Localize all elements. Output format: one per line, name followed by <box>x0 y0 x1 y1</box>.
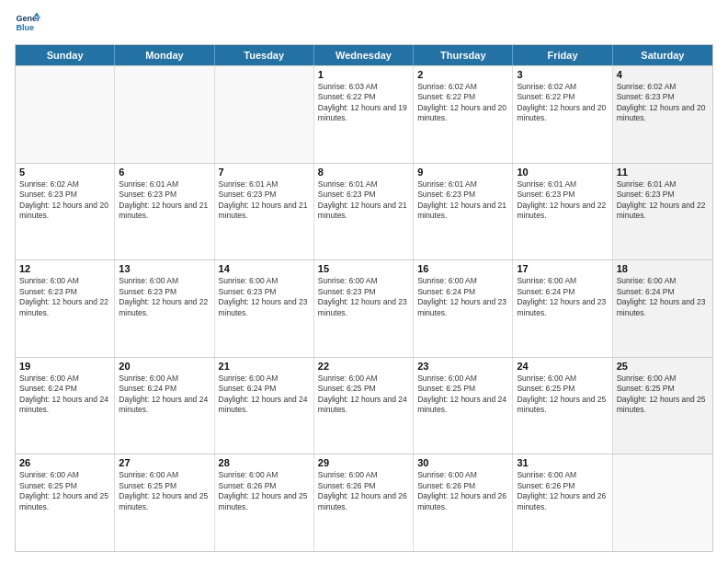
cell-info: Sunrise: 6:00 AM Sunset: 6:24 PM Dayligh… <box>517 276 608 318</box>
calendar-cell-12: 12Sunrise: 6:00 AM Sunset: 6:23 PM Dayli… <box>16 260 115 357</box>
day-number: 17 <box>517 263 608 274</box>
logo-icon: General Blue <box>15 11 40 37</box>
day-number: 27 <box>119 457 210 468</box>
calendar-cell-29: 29Sunrise: 6:00 AM Sunset: 6:26 PM Dayli… <box>314 454 414 551</box>
day-number: 6 <box>119 167 210 178</box>
cell-info: Sunrise: 6:00 AM Sunset: 6:25 PM Dayligh… <box>517 373 608 416</box>
calendar-cell-15: 15Sunrise: 6:00 AM Sunset: 6:23 PM Dayli… <box>314 260 414 357</box>
calendar-cell-2: 2Sunrise: 6:02 AM Sunset: 6:22 PM Daylig… <box>414 66 513 163</box>
calendar-cell-20: 20Sunrise: 6:00 AM Sunset: 6:24 PM Dayli… <box>115 358 214 454</box>
calendar-cell-18: 18Sunrise: 6:00 AM Sunset: 6:24 PM Dayli… <box>613 260 712 357</box>
calendar-cell-1: 1Sunrise: 6:03 AM Sunset: 6:22 PM Daylig… <box>314 66 414 163</box>
calendar-header-thursday: Thursday <box>414 45 513 65</box>
logo: General Blue <box>15 11 40 37</box>
day-number: 10 <box>517 167 608 178</box>
cell-info: Sunrise: 6:02 AM Sunset: 6:23 PM Dayligh… <box>617 82 709 124</box>
calendar-cell-empty-0-1 <box>115 66 214 163</box>
cell-info: Sunrise: 6:01 AM Sunset: 6:23 PM Dayligh… <box>517 179 608 222</box>
calendar-header-row: SundayMondayTuesdayWednesdayThursdayFrid… <box>16 45 712 65</box>
calendar-cell-13: 13Sunrise: 6:00 AM Sunset: 6:23 PM Dayli… <box>115 260 214 357</box>
cell-info: Sunrise: 6:00 AM Sunset: 6:23 PM Dayligh… <box>318 276 409 318</box>
cell-info: Sunrise: 6:00 AM Sunset: 6:24 PM Dayligh… <box>617 276 709 318</box>
day-number: 14 <box>219 263 310 274</box>
cell-info: Sunrise: 6:02 AM Sunset: 6:23 PM Dayligh… <box>19 179 110 222</box>
cell-info: Sunrise: 6:03 AM Sunset: 6:22 PM Dayligh… <box>318 82 409 124</box>
calendar-header-wednesday: Wednesday <box>314 45 414 65</box>
day-number: 1 <box>318 69 409 80</box>
calendar-cell-empty-0-0 <box>16 66 115 163</box>
cell-info: Sunrise: 6:01 AM Sunset: 6:23 PM Dayligh… <box>617 179 709 222</box>
calendar-cell-6: 6Sunrise: 6:01 AM Sunset: 6:23 PM Daylig… <box>115 164 214 260</box>
cell-info: Sunrise: 6:00 AM Sunset: 6:26 PM Dayligh… <box>417 470 508 512</box>
day-number: 26 <box>19 457 110 468</box>
calendar-cell-25: 25Sunrise: 6:00 AM Sunset: 6:25 PM Dayli… <box>613 358 712 454</box>
calendar-cell-26: 26Sunrise: 6:00 AM Sunset: 6:25 PM Dayli… <box>16 454 115 551</box>
calendar: SundayMondayTuesdayWednesdayThursdayFrid… <box>15 44 713 552</box>
cell-info: Sunrise: 6:00 AM Sunset: 6:25 PM Dayligh… <box>19 470 110 512</box>
cell-info: Sunrise: 6:00 AM Sunset: 6:25 PM Dayligh… <box>119 470 210 512</box>
day-number: 15 <box>318 263 409 274</box>
day-number: 8 <box>318 167 409 178</box>
calendar-header-friday: Friday <box>513 45 612 65</box>
calendar-cell-4: 4Sunrise: 6:02 AM Sunset: 6:23 PM Daylig… <box>613 66 712 163</box>
day-number: 9 <box>417 167 508 178</box>
cell-info: Sunrise: 6:00 AM Sunset: 6:24 PM Dayligh… <box>417 276 508 318</box>
calendar-cell-5: 5Sunrise: 6:02 AM Sunset: 6:23 PM Daylig… <box>16 164 115 260</box>
calendar-cell-27: 27Sunrise: 6:00 AM Sunset: 6:25 PM Dayli… <box>115 454 214 551</box>
calendar-row-0: 1Sunrise: 6:03 AM Sunset: 6:22 PM Daylig… <box>16 65 712 163</box>
calendar-cell-23: 23Sunrise: 6:00 AM Sunset: 6:25 PM Dayli… <box>414 358 513 454</box>
day-number: 7 <box>219 167 310 178</box>
day-number: 31 <box>517 457 608 468</box>
day-number: 29 <box>318 457 409 468</box>
day-number: 18 <box>617 263 709 274</box>
day-number: 11 <box>617 167 709 178</box>
calendar-cell-empty-4-6 <box>613 454 712 551</box>
cell-info: Sunrise: 6:00 AM Sunset: 6:25 PM Dayligh… <box>617 373 709 416</box>
day-number: 13 <box>119 263 210 274</box>
cell-info: Sunrise: 6:00 AM Sunset: 6:25 PM Dayligh… <box>318 373 409 416</box>
calendar-header-tuesday: Tuesday <box>215 45 314 65</box>
cell-info: Sunrise: 6:00 AM Sunset: 6:24 PM Dayligh… <box>19 373 110 416</box>
calendar-row-1: 5Sunrise: 6:02 AM Sunset: 6:23 PM Daylig… <box>16 163 712 260</box>
cell-info: Sunrise: 6:01 AM Sunset: 6:23 PM Dayligh… <box>219 179 310 222</box>
day-number: 24 <box>517 361 608 372</box>
cell-info: Sunrise: 6:02 AM Sunset: 6:22 PM Dayligh… <box>517 82 608 124</box>
cell-info: Sunrise: 6:01 AM Sunset: 6:23 PM Dayligh… <box>318 179 409 222</box>
day-number: 20 <box>119 361 210 372</box>
calendar-cell-30: 30Sunrise: 6:00 AM Sunset: 6:26 PM Dayli… <box>414 454 513 551</box>
calendar-cell-17: 17Sunrise: 6:00 AM Sunset: 6:24 PM Dayli… <box>513 260 612 357</box>
cell-info: Sunrise: 6:00 AM Sunset: 6:25 PM Dayligh… <box>417 373 508 416</box>
page: General Blue SundayMondayTuesdayWednesda… <box>0 0 728 563</box>
svg-text:Blue: Blue <box>16 23 34 32</box>
day-number: 12 <box>19 263 110 274</box>
calendar-cell-8: 8Sunrise: 6:01 AM Sunset: 6:23 PM Daylig… <box>314 164 414 260</box>
day-number: 2 <box>417 69 508 80</box>
calendar-row-4: 26Sunrise: 6:00 AM Sunset: 6:25 PM Dayli… <box>16 454 712 551</box>
calendar-cell-19: 19Sunrise: 6:00 AM Sunset: 6:24 PM Dayli… <box>16 358 115 454</box>
day-number: 30 <box>417 457 508 468</box>
cell-info: Sunrise: 6:00 AM Sunset: 6:23 PM Dayligh… <box>19 276 110 318</box>
cell-info: Sunrise: 6:00 AM Sunset: 6:26 PM Dayligh… <box>517 470 608 512</box>
cell-info: Sunrise: 6:02 AM Sunset: 6:22 PM Dayligh… <box>417 82 508 124</box>
calendar-header-monday: Monday <box>115 45 214 65</box>
calendar-cell-14: 14Sunrise: 6:00 AM Sunset: 6:23 PM Dayli… <box>215 260 314 357</box>
header: General Blue <box>15 11 713 37</box>
calendar-cell-10: 10Sunrise: 6:01 AM Sunset: 6:23 PM Dayli… <box>513 164 612 260</box>
calendar-row-3: 19Sunrise: 6:00 AM Sunset: 6:24 PM Dayli… <box>16 357 712 454</box>
day-number: 4 <box>617 69 709 80</box>
day-number: 21 <box>219 361 310 372</box>
cell-info: Sunrise: 6:00 AM Sunset: 6:26 PM Dayligh… <box>219 470 310 512</box>
calendar-cell-31: 31Sunrise: 6:00 AM Sunset: 6:26 PM Dayli… <box>513 454 612 551</box>
cell-info: Sunrise: 6:00 AM Sunset: 6:24 PM Dayligh… <box>219 373 310 416</box>
calendar-cell-21: 21Sunrise: 6:00 AM Sunset: 6:24 PM Dayli… <box>215 358 314 454</box>
calendar-cell-16: 16Sunrise: 6:00 AM Sunset: 6:24 PM Dayli… <box>414 260 513 357</box>
calendar-body: 1Sunrise: 6:03 AM Sunset: 6:22 PM Daylig… <box>16 65 712 551</box>
day-number: 5 <box>19 167 110 178</box>
calendar-row-2: 12Sunrise: 6:00 AM Sunset: 6:23 PM Dayli… <box>16 259 712 357</box>
cell-info: Sunrise: 6:00 AM Sunset: 6:23 PM Dayligh… <box>219 276 310 318</box>
cell-info: Sunrise: 6:00 AM Sunset: 6:26 PM Dayligh… <box>318 470 409 512</box>
calendar-cell-empty-0-2 <box>215 66 314 163</box>
calendar-cell-24: 24Sunrise: 6:00 AM Sunset: 6:25 PM Dayli… <box>513 358 612 454</box>
calendar-header-sunday: Sunday <box>16 45 115 65</box>
cell-info: Sunrise: 6:00 AM Sunset: 6:23 PM Dayligh… <box>119 276 210 318</box>
